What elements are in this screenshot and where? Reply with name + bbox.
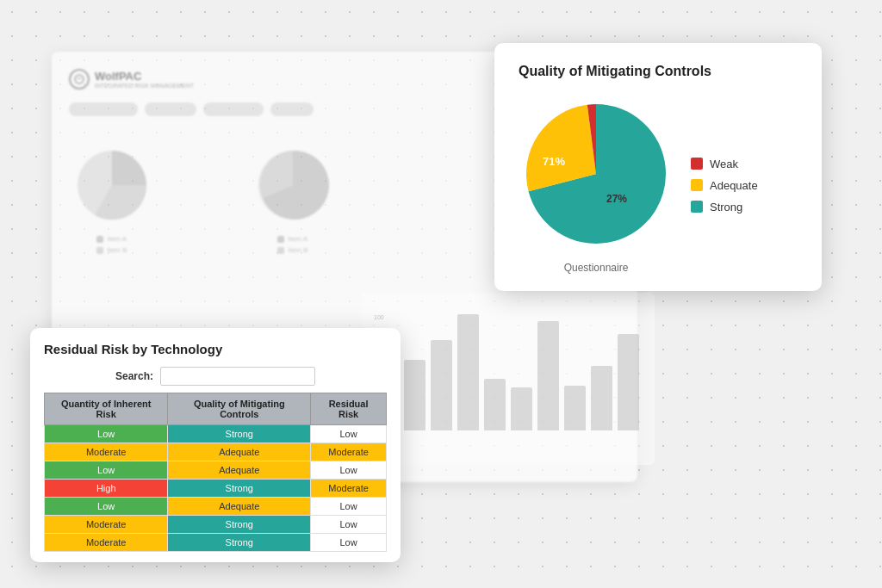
bg-legend-item-2: Item B — [96, 246, 127, 254]
col-header-quality: Quality of Mitigating Controls — [168, 393, 311, 425]
legend-item-adequate: Adequate — [691, 179, 758, 192]
cell-residual: Low — [311, 534, 387, 552]
filter-pill-1 — [69, 102, 138, 116]
cell-quality: Strong — [168, 425, 311, 443]
legend-color-strong — [691, 201, 703, 213]
cell-quality: Adequate — [168, 498, 311, 516]
cell-residual: Low — [311, 498, 387, 516]
legend-color-weak — [691, 158, 703, 170]
cell-quality: Strong — [168, 534, 311, 552]
quality-card: Quality of Mitigating Controls 71% 27% Q… — [494, 43, 822, 291]
logo-text: WolfPAC INTEGRATED RISK MANAGEMENT — [95, 70, 194, 89]
cell-residual: Low — [311, 516, 387, 534]
table-row: ModerateStrongLow — [45, 534, 387, 552]
cell-quantity: High — [45, 480, 168, 498]
bar-5 — [484, 379, 506, 430]
pie-label-71: 71% — [543, 155, 565, 168]
col-header-quantity: Quantity of Inherent Risk — [45, 393, 168, 425]
brand-subtitle: INTEGRATED RISK MANAGEMENT — [95, 83, 194, 89]
bar-8 — [564, 386, 586, 430]
bg-pie-2: Item A Item B — [250, 142, 336, 254]
bg-legend-2: Item A Item B — [277, 235, 307, 254]
bg-pie-1: Item A Item B — [69, 142, 155, 254]
table-row: LowAdequateLow — [45, 461, 387, 480]
bg-legend-item-3: Item A — [277, 235, 307, 243]
risk-card: Residual Risk by Technology Search: Quan… — [30, 328, 401, 562]
bar-2 — [404, 360, 425, 430]
col-header-residual: Residual Risk — [311, 393, 387, 425]
background-bar-chart: 100 75 50 25 — [362, 293, 655, 465]
risk-card-title: Residual Risk by Technology — [44, 342, 387, 356]
bar-chart-bars — [370, 301, 646, 430]
cell-quantity: Low — [45, 425, 168, 443]
bg-legend-item-4: Item B — [277, 246, 307, 254]
quality-subtitle: Questionnaire — [564, 262, 629, 274]
filter-pill-4 — [270, 102, 314, 116]
cell-quantity: Moderate — [45, 516, 168, 534]
brand-name: WolfPAC — [95, 70, 194, 83]
filter-pill-3 — [203, 102, 264, 116]
table-row: HighStrongModerate — [45, 480, 387, 498]
legend-item-strong: Strong — [691, 201, 758, 214]
search-input[interactable] — [160, 367, 315, 386]
legend-label-adequate: Adequate — [710, 179, 758, 192]
bar-6 — [511, 387, 532, 430]
legend-label-weak: Weak — [710, 158, 738, 170]
pie-label-27: 27% — [606, 193, 627, 205]
quality-legend: Weak Adequate Strong — [691, 158, 758, 214]
cell-residual: Moderate — [311, 480, 387, 498]
cell-quantity: Low — [45, 461, 168, 480]
bar-9 — [591, 366, 612, 430]
cell-quantity: Low — [45, 498, 168, 516]
quality-pie-chart: 71% 27% — [519, 96, 674, 251]
bg-legend-item-1: Item A — [96, 235, 127, 243]
cell-residual: Moderate — [311, 443, 387, 461]
table-row: LowAdequateLow — [45, 498, 387, 516]
bar-3 — [431, 340, 452, 430]
svg-point-0 — [75, 75, 84, 84]
table-header-row: Quantity of Inherent Risk Quality of Mit… — [45, 393, 387, 425]
table-row: ModerateAdequateModerate — [45, 443, 387, 461]
bar-7 — [537, 321, 559, 430]
table-row: LowStrongLow — [45, 425, 387, 443]
risk-table-body: LowStrongLowModerateAdequateModerateLowA… — [45, 425, 387, 552]
cell-residual: Low — [311, 425, 387, 443]
cell-quantity: Moderate — [45, 534, 168, 552]
search-label: Search: — [115, 370, 153, 382]
filter-pill-2 — [145, 102, 196, 116]
quality-card-title: Quality of Mitigating Controls — [519, 64, 798, 79]
bar-10 — [618, 334, 639, 430]
bar-4 — [457, 314, 479, 430]
quality-content: 71% 27% Questionnaire Weak Adequate Stro… — [519, 96, 798, 274]
cell-quality: Adequate — [168, 461, 311, 480]
search-row: Search: — [44, 367, 387, 386]
legend-color-adequate — [691, 179, 703, 191]
risk-table: Quantity of Inherent Risk Quality of Mit… — [44, 393, 387, 552]
cell-residual: Low — [311, 461, 387, 480]
cell-quality: Strong — [168, 516, 311, 534]
table-row: ModerateStrongLow — [45, 516, 387, 534]
logo-circle — [69, 69, 90, 90]
legend-item-weak: Weak — [691, 158, 758, 170]
legend-label-strong: Strong — [710, 201, 742, 214]
cell-quality: Strong — [168, 480, 311, 498]
bg-legend-1: Item A Item B — [96, 235, 127, 254]
cell-quantity: Moderate — [45, 443, 168, 461]
cell-quality: Adequate — [168, 443, 311, 461]
